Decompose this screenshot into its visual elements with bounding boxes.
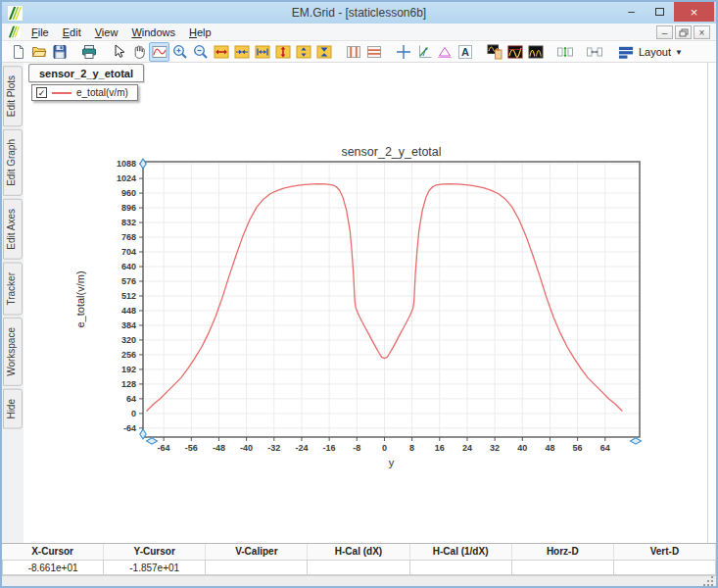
new-file-icon xyxy=(10,43,27,61)
tracker-button[interactable] xyxy=(413,42,434,62)
compress-x-button[interactable] xyxy=(231,42,252,62)
axis-handle-bottom-left-horizontal[interactable] xyxy=(147,438,158,444)
app-window: EM.Grid - [staticlesson6b] – × FileEditV… xyxy=(0,0,718,588)
menu-edit[interactable]: Edit xyxy=(56,24,88,40)
y-tick-label: 192 xyxy=(121,365,136,374)
zoom-in-icon xyxy=(171,43,189,61)
copy-plot-icon xyxy=(486,43,503,61)
fit-y-button[interactable] xyxy=(313,42,334,62)
tab-sensor-2-y-etotal[interactable]: sensor_2_y_etotal xyxy=(28,64,144,82)
toolbar: ALayout▼ xyxy=(2,42,716,63)
caliper-vertical-button[interactable] xyxy=(343,42,363,62)
x-tick-label: -48 xyxy=(213,443,225,453)
autoscale-horizontal-button[interactable] xyxy=(584,42,604,62)
mdi-restore-button[interactable] xyxy=(675,25,692,39)
plot-area[interactable]: -64-56-48-40-32-24-16-808162432404856641… xyxy=(71,139,648,477)
sidebar-tab-edit-plots[interactable]: Edit Plots xyxy=(3,66,23,126)
x-tick-label: -56 xyxy=(185,443,198,453)
x-tick-label: -40 xyxy=(240,443,253,453)
inverse-fft-icon xyxy=(527,43,545,61)
new-file-button[interactable] xyxy=(8,42,28,62)
compress-y-button[interactable] xyxy=(293,42,313,62)
resize-grip[interactable] xyxy=(703,575,715,586)
autoscale-vertical-button[interactable] xyxy=(554,42,575,62)
print-icon xyxy=(80,43,98,61)
sidebar-tab-tracker[interactable]: Tracker xyxy=(3,263,23,316)
legend-series-label: e_total(v/m) xyxy=(76,87,128,98)
legend-line-sample xyxy=(52,92,72,94)
menubar-app-icon xyxy=(8,25,21,38)
expand-y-button[interactable] xyxy=(272,42,293,62)
mdi-minimize-button[interactable]: – xyxy=(656,25,673,39)
y-tick-label: 640 xyxy=(121,262,136,271)
status-label-h-cal-1-dx-: H-Cal (1/dX) xyxy=(410,544,512,560)
zoom-in-button[interactable] xyxy=(169,42,190,62)
status-value-h-cal-1-dx- xyxy=(410,560,512,575)
crosshair-button[interactable] xyxy=(393,42,413,62)
app-icon xyxy=(8,6,23,21)
menubar: FileEditViewWindowsHelp – × xyxy=(2,24,716,41)
menu-view[interactable]: View xyxy=(88,24,125,40)
status-value-h-cal-dx- xyxy=(308,560,409,575)
sidebar-tab-workspace[interactable]: Workspace xyxy=(3,318,23,386)
status-label-horz-d: Horz-D xyxy=(512,544,614,560)
x-tick-label: 48 xyxy=(545,443,554,453)
fft-button[interactable] xyxy=(504,42,525,62)
status-value-vert-d xyxy=(614,560,716,575)
menu-help[interactable]: Help xyxy=(182,24,218,40)
select-cursor-button[interactable] xyxy=(108,42,128,62)
expand-y-icon xyxy=(274,43,292,61)
y-tick-label: 960 xyxy=(121,188,136,198)
chart-panel: sensor_2_y_etotal ✓ e_total(v/m) -64-56-… xyxy=(24,63,708,543)
caliper-horizontal-button[interactable] xyxy=(363,42,384,62)
status-value-v-caliper xyxy=(206,560,308,575)
x-tick-label: 0 xyxy=(382,443,387,453)
print-button[interactable] xyxy=(78,42,99,62)
caliper-horizontal-icon xyxy=(365,43,383,61)
x-tick-label: -24 xyxy=(295,443,308,453)
y-tick-label: 1024 xyxy=(117,173,136,183)
sidebar-tab-edit-axes[interactable]: Edit Axes xyxy=(3,199,23,260)
x-tick-label: -8 xyxy=(353,443,360,453)
status-label-h-cal-dx-: H-Cal (dX) xyxy=(308,544,409,560)
x-tick-label: -64 xyxy=(158,443,170,453)
axis-handle-top-left[interactable] xyxy=(140,159,146,169)
close-button[interactable]: × xyxy=(674,2,714,22)
menu-windows[interactable]: Windows xyxy=(124,24,182,40)
delta-marker-button[interactable] xyxy=(434,42,455,62)
legend-checkbox[interactable]: ✓ xyxy=(36,87,47,98)
mdi-close-button[interactable]: × xyxy=(694,25,710,39)
window-title: EM.Grid - [staticlesson6b] xyxy=(2,6,716,20)
y-tick-label: -64 xyxy=(123,423,136,433)
copy-plot-button[interactable] xyxy=(484,42,504,62)
sidebar-tab-hide[interactable]: Hide xyxy=(3,389,23,429)
open-file-button[interactable] xyxy=(28,42,49,62)
maximize-button[interactable] xyxy=(646,2,674,22)
y-tick-label: 896 xyxy=(121,203,136,213)
y-axis-label: e_total(v/m) xyxy=(74,270,86,327)
status-label-vert-d: Vert-D xyxy=(614,544,716,560)
minimize-button[interactable]: – xyxy=(617,2,646,22)
zoom-out-button[interactable] xyxy=(190,42,211,62)
x-tick-label: 40 xyxy=(517,443,527,453)
titlebar[interactable]: EM.Grid - [staticlesson6b] – × xyxy=(2,2,716,24)
add-text-button[interactable]: A xyxy=(455,42,475,62)
x-tick-label: 32 xyxy=(490,443,500,453)
x-tick-label: 24 xyxy=(462,443,472,453)
status-value-horz-d xyxy=(512,560,614,575)
fit-x-button[interactable] xyxy=(252,42,272,62)
zoom-curve-button[interactable] xyxy=(149,42,169,62)
sidebar-tab-edit-graph[interactable]: Edit Graph xyxy=(3,129,23,196)
autoscale-vertical-icon xyxy=(556,43,574,61)
inverse-fft-button[interactable] xyxy=(525,42,546,62)
pan-hand-button[interactable] xyxy=(128,42,149,62)
layout-dropdown-button[interactable]: Layout▼ xyxy=(613,43,688,62)
y-tick-label: 64 xyxy=(126,394,136,404)
y-tick-label: 448 xyxy=(121,306,136,316)
y-tick-label: 576 xyxy=(121,276,136,286)
save-file-button[interactable] xyxy=(49,42,70,62)
menu-file[interactable]: File xyxy=(24,24,56,40)
expand-x-button[interactable] xyxy=(211,42,231,62)
axis-handle-bottom-right[interactable] xyxy=(631,438,642,444)
legend[interactable]: ✓ e_total(v/m) xyxy=(31,84,138,101)
